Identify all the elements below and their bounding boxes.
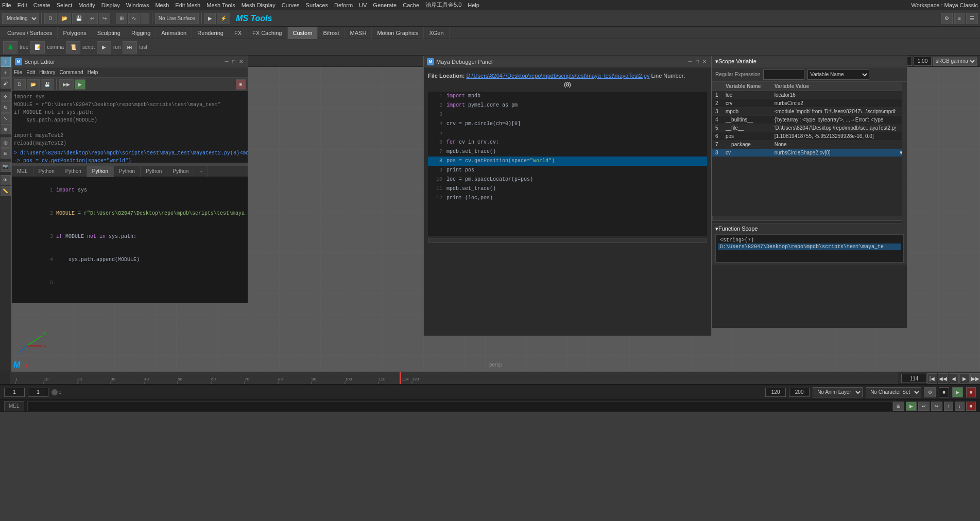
scope-row-4[interactable]: 4 __builtins__ {'bytearray': <type 'byte… [712,116,907,124]
record-btn[interactable]: ■ [939,387,949,397]
tab-animation[interactable]: Animation [156,27,192,39]
menu-cache[interactable]: Cache [403,2,419,8]
scope-row-6[interactable]: 6 pos [1.10819418755, -5.95213259928e-16… [712,132,907,141]
debugger-hscroll[interactable] [428,238,707,243]
menu-surfaces[interactable]: Surfaces [306,2,328,8]
scope-row-2[interactable]: 2 crv nurbsCircle2 [712,99,907,108]
new-scene-btn[interactable]: 🗋 [44,13,57,24]
se-new-btn[interactable]: 🗋 [14,79,26,90]
menu-mesh[interactable]: Mesh [155,2,169,8]
menu-select[interactable]: Select [57,2,73,8]
custom-comma-btn[interactable]: 📝 [30,41,45,54]
pb-start-btn[interactable]: |◀ [927,373,937,384]
move-tool[interactable]: ✛ [1,92,11,102]
tab-python6[interactable]: Python [167,166,194,177]
scale-tool[interactable]: ⤡ [1,113,11,124]
se-menu-file[interactable]: File [14,70,22,75]
file-path-link[interactable]: D:\Users\82047\Desktop\repo\mpdb\scripts… [467,73,650,79]
status-grid-btn[interactable]: ⊞ [893,402,904,411]
tab-python4[interactable]: Python [114,166,141,177]
anim-layer-select[interactable]: No Anim Layer [813,387,863,397]
custom-script-btn[interactable]: 📜 [66,41,80,54]
call-stack-item-1[interactable]: <string>(7) [718,237,901,244]
se-open-btn[interactable]: 📂 [27,79,40,90]
se-run-btn[interactable]: ▶ [75,79,85,90]
ipr-btn[interactable]: ⚡ [217,13,230,24]
tick-track[interactable]: 1 10 20 30 40 50 60 70 80 90 100 110 114 [10,372,898,384]
scope-row-3[interactable]: 3 mpdb <module 'mpdb' from 'D:\Users\820… [712,108,907,116]
redo-btn[interactable]: ↪ [99,13,110,24]
status-down-btn[interactable]: ↓ [955,402,965,411]
scope-row-7[interactable]: 7 __package__ None [712,141,907,149]
menu-tools[interactable]: 治岸工具金5.0 [425,1,461,9]
paint-tool[interactable]: 🖌 [1,78,11,89]
tab-fx[interactable]: FX [229,27,247,39]
se-stop-btn[interactable]: ■ [236,79,246,90]
script-input-area[interactable]: 1import sys 2MODULE = r"D:\Users\82047\D… [12,177,248,303]
se-menu-history[interactable]: History [39,70,55,75]
scope-vscroll[interactable] [902,82,907,226]
debugger-code-area[interactable]: 1import mpdb 2import pymel.core as pm 3 … [428,92,707,236]
scope-table-container[interactable]: Variable Name Variable Value 1 loc locat… [712,82,907,216]
start-range-input[interactable] [28,388,48,397]
menu-windows[interactable]: Windows [126,2,149,8]
custom-run-btn[interactable]: ▶ [97,41,111,54]
right-icons-1[interactable]: ⚙ [941,13,953,24]
camera-btn[interactable]: 📷 [1,162,11,172]
save-btn[interactable]: 💾 [72,13,85,24]
menu-generate[interactable]: Generate [373,2,397,8]
menu-mesh-tools[interactable]: Mesh Tools [207,2,235,8]
end-range-input[interactable] [765,388,786,397]
rotate-tool[interactable]: ↻ [1,102,11,113]
end-frame-input[interactable] [789,388,810,397]
mode-select[interactable]: Modeling [2,13,39,24]
call-stack-item-2[interactable]: D:\Users\82047\Desktop\repo\mpdb\scripts… [718,244,901,250]
tab-add[interactable]: + [194,166,208,177]
pb-step-back-btn[interactable]: ◀ [949,373,959,384]
tab-fx-caching[interactable]: FX Caching [247,27,287,39]
status-rewind-btn[interactable]: ↩ [918,402,930,411]
start-frame-input[interactable] [4,388,25,397]
select-tool[interactable]: ⊹ [1,57,11,67]
scope-row-1[interactable]: 1 loc locator16 [712,91,907,99]
scope-row-5[interactable]: 5 __file__ 'D:\Users\82047\Desktop \repo… [712,124,907,132]
debug-max-btn[interactable]: □ [694,58,701,65]
undo-btn[interactable]: ↩ [87,13,98,24]
right-icons-3[interactable]: ☰ [966,13,978,24]
snap-btn[interactable]: ⊟ [1,148,11,159]
command-input[interactable] [27,401,893,411]
universal-tool[interactable]: ⊕ [1,124,11,134]
status-stop-btn[interactable]: ■ [966,402,976,411]
tab-curves-surfaces[interactable]: Curves / Surfaces [2,27,58,39]
render-btn[interactable]: ▶ [204,13,216,24]
tab-python5[interactable]: Python [141,166,167,177]
debug-close-btn[interactable]: ✕ [701,58,708,65]
custom-last-btn[interactable]: ⏭ [123,41,137,54]
se-menu-command[interactable]: Command [59,70,83,75]
open-btn[interactable]: 📂 [58,13,71,24]
play-btn2[interactable]: ▶ [952,387,963,397]
menu-file[interactable]: File [2,2,11,8]
pb-step-fwd-btn[interactable]: ▶ [959,373,970,384]
menu-curves[interactable]: Curves [282,2,300,8]
status-up-btn[interactable]: ↑ [944,402,954,411]
tab-python2[interactable]: Python [60,166,87,177]
char-set-select[interactable]: No Character Set [866,387,921,397]
pb-prev-btn[interactable]: ◀◀ [938,373,948,384]
var-name-select[interactable]: Variable Name [807,70,869,80]
show-hide-btn[interactable]: 👁 [1,175,11,185]
scope-row-8[interactable]: 8 cv nurbsCircleShape2.cv[0] ▼ [712,149,907,157]
pb-play-btn[interactable]: ▶▶ [970,373,980,384]
menu-display[interactable]: Display [101,2,120,8]
se-menu-help[interactable]: Help [88,70,98,75]
script-output-area[interactable]: import sys MODULE = r"D:\Users\82047\Des… [12,91,248,163]
debug-min-btn[interactable]: ─ [686,58,694,65]
tab-python3[interactable]: Python [87,166,114,177]
tab-rigging[interactable]: Rigging [126,27,156,39]
menu-edit[interactable]: Edit [18,2,27,8]
regex-input[interactable] [763,70,804,80]
tab-polygons[interactable]: Polygons [58,27,92,39]
right-icons-2[interactable]: ≡ [954,13,965,24]
status-ff-btn[interactable]: ↪ [931,402,942,411]
tab-mel[interactable]: MEL [12,166,33,177]
